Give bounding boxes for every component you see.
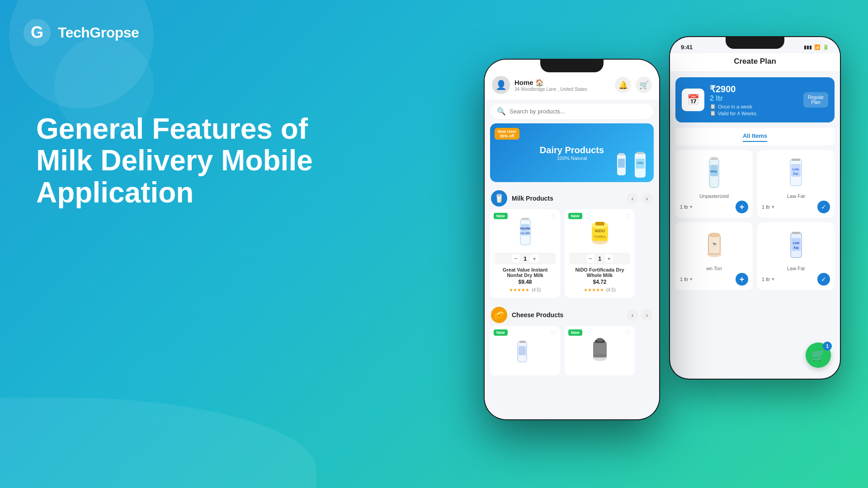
product-price-2: $4.72: [593, 279, 606, 285]
user-info: 👤 Home 🏠 34 Woodbridge Lane , United Sta…: [492, 76, 587, 94]
prev-arrow-milk[interactable]: ‹: [627, 192, 638, 204]
wifi-icon: 📶: [814, 44, 821, 50]
product-card-back-3[interactable]: 🐄 wn Ton 1 ltr ▼ +: [675, 222, 753, 290]
cart-header-btn[interactable]: 🛒: [636, 77, 652, 93]
svg-point-13: [708, 233, 720, 237]
product-price-1: $9.48: [518, 279, 532, 285]
next-arrow-milk[interactable]: ›: [641, 192, 653, 204]
product-badge-1: New: [494, 213, 508, 219]
svg-rect-37: [595, 222, 604, 225]
add-btn-back-1[interactable]: +: [736, 201, 748, 213]
phone-front-screen: 👤 Home 🏠 34 Woodbridge Lane , United Sta…: [485, 60, 659, 419]
svg-text:Low: Low: [793, 168, 799, 171]
search-bar[interactable]: 🔍: [490, 103, 654, 120]
product-card-2[interactable]: New ♡ NiDO Fortifica −: [565, 209, 635, 298]
product-stars-1: ★★★★★: [509, 287, 529, 292]
cheese-card-1[interactable]: New ♡: [490, 326, 560, 375]
product-grid-back: Milk Unpasterized 1 ltr ▼ +: [670, 145, 840, 295]
qty-minus-2[interactable]: −: [586, 254, 594, 263]
bg-wave: [0, 398, 316, 488]
cheese-img-1: [495, 337, 556, 368]
milk-section-header: 🥛 Milk Products ‹ ›: [485, 186, 659, 209]
banner-subtitle: 100% Natural: [540, 155, 604, 161]
qty-dropdown-3[interactable]: 1 ltr ▼: [680, 277, 693, 282]
qty-dropdown-1[interactable]: 1 ltr ▼: [680, 204, 693, 210]
search-input[interactable]: [509, 108, 647, 115]
product-heart-2[interactable]: ♡: [625, 213, 631, 220]
product-img-back-4: Low Fat: [762, 227, 830, 263]
product-img-1: Nonfat Dry Milk: [495, 214, 556, 250]
regular-plan-sub: Plan: [808, 100, 824, 105]
logo-text: TechGropse: [58, 24, 139, 41]
qty-plus-1[interactable]: +: [530, 254, 538, 263]
next-arrow-cheese[interactable]: ›: [641, 309, 653, 321]
svg-text:Fortifica: Fortifica: [594, 235, 605, 238]
home-label: Home 🏠: [514, 79, 587, 87]
product-card-back-2[interactable]: Low Fat Law Fat 1 ltr ▼ ✓: [757, 150, 835, 218]
svg-point-44: [596, 338, 604, 342]
qty-dropdown-4[interactable]: 1 ltr ▼: [762, 277, 775, 282]
notification-btn[interactable]: 🔔: [615, 77, 631, 93]
svg-rect-39: [519, 346, 526, 355]
cheese-card-2[interactable]: New ♡: [565, 326, 635, 375]
qty-val-2: 1: [598, 255, 601, 262]
svg-rect-26: [637, 152, 644, 154]
signal-icon: ▮▮▮: [804, 44, 812, 50]
avatar: 👤: [492, 76, 510, 94]
headline-line3: Application: [36, 176, 193, 209]
svg-rect-10: [792, 159, 800, 161]
add-btn-back-3[interactable]: +: [736, 273, 748, 286]
banner-badge-sub: New User: [498, 129, 516, 134]
plan-detail2: 📋 Valid for 4 Weeks: [710, 110, 798, 116]
qty-ctrl-2: − 1 +: [569, 253, 630, 264]
svg-text:Dry Milk: Dry Milk: [520, 232, 531, 235]
status-time: 9:41: [681, 44, 693, 51]
product-name-back-2: Law Fat: [762, 193, 830, 199]
plan-price: ₹2900: [710, 84, 798, 94]
cart-fab[interactable]: 🛒 1: [806, 343, 831, 368]
qty-dropdown-2[interactable]: 1 ltr ▼: [762, 204, 775, 210]
headline-area: General Features of Milk Delivery Mobile…: [36, 113, 316, 208]
product-rating-2: (4.5): [606, 287, 616, 292]
all-items-tab[interactable]: All Items: [675, 128, 835, 145]
milk-nav-arrows: ‹ ›: [627, 192, 653, 204]
svg-text:Fat: Fat: [793, 172, 798, 175]
check-btn-4[interactable]: ✓: [817, 273, 830, 286]
product-img-2: NiDO Fortifica: [569, 214, 630, 250]
all-items-label: All Items: [743, 132, 767, 142]
svg-text:Nonfat: Nonfat: [520, 227, 530, 230]
qty-plus-2[interactable]: +: [605, 254, 613, 263]
create-plan-title: Create Plan: [670, 57, 840, 66]
plan-icon: 📅: [682, 89, 704, 111]
regular-plan-btn[interactable]: Regular Plan: [803, 92, 828, 108]
check-btn-2[interactable]: ✓: [817, 201, 830, 213]
product-badge-2: New: [568, 213, 582, 219]
qty-val-1: 1: [524, 255, 527, 262]
create-plan-header: Create Plan: [670, 53, 840, 72]
phones-container: 9:41 ▮▮▮ 📶 🔋 Create Plan 📅 ₹2900 2 ltr: [470, 14, 841, 474]
plan-card[interactable]: 📅 ₹2900 2 ltr 📋 Once in a week 📋 Valid f…: [675, 77, 835, 122]
svg-rect-42: [593, 342, 607, 357]
banner-title: Dairy Products: [540, 145, 604, 155]
cheese-heart-1[interactable]: ♡: [551, 329, 557, 337]
cheese-img-2: [569, 337, 630, 368]
cheese-products-row: New ♡ New ♡: [485, 326, 659, 380]
product-card-back-1[interactable]: Milk Unpasterized 1 ltr ▼ +: [675, 150, 753, 218]
section-info: 🥛 Milk Products: [491, 190, 553, 206]
svg-text:Milk: Milk: [710, 169, 717, 174]
status-icons: ▮▮▮ 📶 🔋: [804, 44, 829, 50]
product-card-1[interactable]: New ♡ Nonfat Dry Milk − 1: [490, 209, 560, 298]
product-name-back-1: Unpasterized: [680, 193, 748, 199]
product-heart-1[interactable]: ♡: [551, 213, 557, 220]
product-card-back-4[interactable]: Low Fat Law Fat 1 ltr ▼ ✓: [757, 222, 835, 290]
phone-front-notch: [540, 60, 604, 72]
milk-products-row: New ♡ Nonfat Dry Milk − 1: [485, 209, 659, 302]
cheese-section-title: Cheese Products: [512, 311, 563, 319]
prev-arrow-cheese[interactable]: ‹: [627, 309, 638, 321]
qty-minus-1[interactable]: −: [512, 254, 520, 263]
logo-icon: G: [23, 18, 52, 47]
banner-text-area: Dairy Products 100% Natural: [540, 145, 604, 161]
logo-area: G TechGropse: [23, 18, 139, 47]
cheese-heart-2[interactable]: ♡: [625, 329, 631, 337]
banner[interactable]: New User 30% off Dairy Products 100% Nat…: [490, 123, 654, 182]
